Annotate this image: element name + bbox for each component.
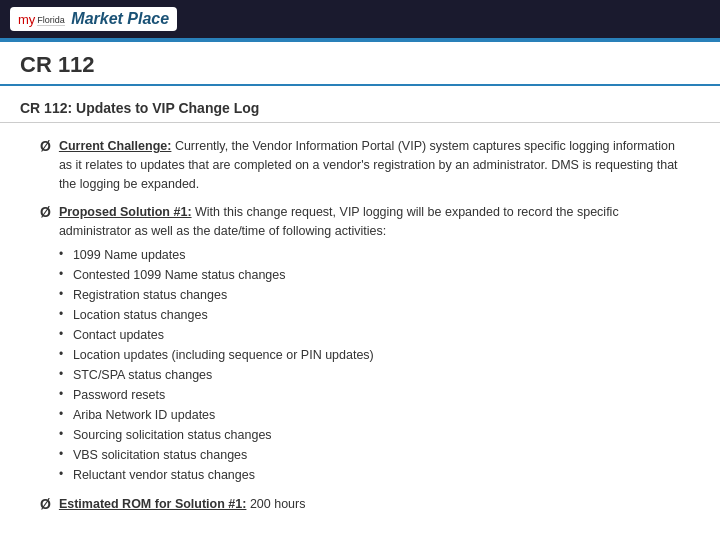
logo-my: my: [18, 12, 35, 27]
current-challenge-content: Current Challenge: Currently, the Vendor…: [59, 137, 690, 193]
list-item: STC/SPA status changes: [59, 365, 690, 385]
list-item: VBS solicitation status changes: [59, 445, 690, 465]
list-item: Reluctant vendor status changes: [59, 465, 690, 485]
logo-florida: Florida: [37, 16, 65, 25]
list-item: 1099 Name updates: [59, 245, 690, 265]
content-area: Ø Current Challenge: Currently, the Vend…: [0, 133, 720, 528]
logo-container: my Florida Market Place: [10, 7, 177, 31]
estimated-rom-text: 200 hours: [246, 497, 305, 511]
list-item: Registration status changes: [59, 285, 690, 305]
list-item: Location updates (including sequence or …: [59, 345, 690, 365]
logo: my Florida Market Place: [18, 10, 169, 28]
list-item: Contact updates: [59, 325, 690, 345]
list-item: Password resets: [59, 385, 690, 405]
proposed-solution-content: Proposed Solution #1: With this change r…: [59, 203, 690, 485]
list-item: Ariba Network ID updates: [59, 405, 690, 425]
section-title: CR 112: Updates to VIP Change Log: [0, 94, 720, 123]
list-item: Contested 1099 Name status changes: [59, 265, 690, 285]
list-item: Location status changes: [59, 305, 690, 325]
page-title-area: CR 112: [0, 42, 720, 86]
arrow-icon-1: Ø: [40, 138, 51, 154]
current-challenge-label: Current Challenge:: [59, 139, 172, 153]
arrow-icon-2: Ø: [40, 204, 51, 220]
logo-market: Market Place: [67, 10, 169, 27]
current-challenge-bullet: Ø Current Challenge: Currently, the Vend…: [40, 137, 690, 193]
sub-bullets-list: 1099 Name updates Contested 1099 Name st…: [59, 245, 690, 485]
page-title: CR 112: [20, 52, 95, 77]
estimated-rom-label: Estimated ROM for Solution #1:: [59, 497, 247, 511]
list-item: Sourcing solicitation status changes: [59, 425, 690, 445]
estimated-rom-bullet: Ø Estimated ROM for Solution #1: 200 hou…: [40, 495, 690, 514]
arrow-icon-3: Ø: [40, 496, 51, 512]
estimated-rom-content: Estimated ROM for Solution #1: 200 hours: [59, 495, 690, 514]
page-footer: 16: [0, 536, 720, 541]
header: my Florida Market Place: [0, 0, 720, 38]
proposed-solution-label: Proposed Solution #1:: [59, 205, 192, 219]
proposed-solution-bullet: Ø Proposed Solution #1: With this change…: [40, 203, 690, 485]
